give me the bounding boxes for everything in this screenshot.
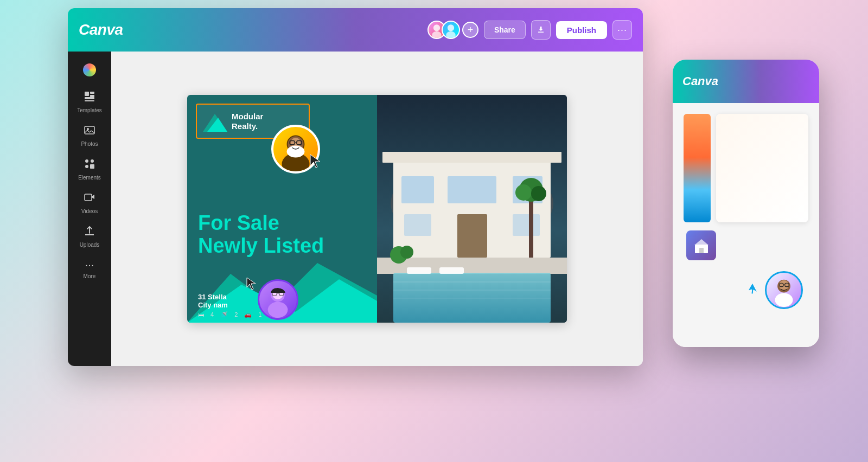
svg-point-63 — [775, 293, 793, 307]
photos-label: Photos — [81, 141, 98, 147]
topbar-right: + Share Publish ··· — [427, 20, 632, 40]
templates-icon — [84, 91, 95, 105]
svg-point-30 — [268, 302, 288, 318]
topbar: Canva + Share Publish ··· — [68, 8, 643, 52]
svg-point-11 — [85, 159, 88, 163]
car-icon: 🚗 — [244, 311, 252, 318]
svg-rect-50 — [439, 267, 464, 274]
svg-point-3 — [446, 31, 456, 39]
sidebar-item-templates[interactable]: Templates — [71, 86, 108, 118]
canva-logo: Canva — [79, 21, 123, 39]
sidebar-item-elements[interactable]: Elements — [71, 153, 108, 185]
svg-point-1 — [432, 31, 442, 39]
bed-icon: 🛏 — [198, 311, 204, 318]
svg-rect-38 — [401, 176, 434, 203]
property-address: 31 Stella City nam — [198, 293, 261, 309]
svg-point-12 — [91, 159, 94, 163]
design-canvas: Modular Realty. — [187, 95, 567, 323]
svg-point-22 — [287, 146, 305, 158]
svg-point-2 — [448, 24, 454, 31]
svg-point-56 — [400, 246, 413, 259]
logo-icon — [201, 108, 228, 135]
svg-rect-9 — [85, 126, 94, 134]
elements-label: Elements — [78, 175, 101, 181]
svg-rect-15 — [85, 194, 92, 201]
color-palette-icon — [83, 63, 96, 76]
mobile-agent-avatar — [765, 271, 803, 309]
svg-rect-6 — [90, 95, 94, 97]
svg-rect-37 — [382, 152, 561, 163]
svg-rect-45 — [393, 273, 551, 323]
svg-marker-58 — [694, 239, 709, 245]
svg-rect-4 — [85, 92, 89, 96]
canvas-right — [377, 95, 567, 323]
desktop-content: Templates Photos Elements Videos — [68, 52, 643, 366]
svg-rect-5 — [90, 92, 94, 94]
svg-rect-39 — [448, 176, 496, 203]
svg-marker-60 — [748, 283, 760, 296]
sidebar-item-more[interactable]: ··· More — [71, 254, 108, 284]
more-icon: ··· — [85, 259, 94, 271]
mobile-color-bar — [684, 114, 711, 222]
mobile-house-icon — [686, 230, 716, 260]
svg-rect-14 — [90, 164, 94, 169]
avatar-user2 — [442, 21, 460, 39]
mobile-window: Canva — [673, 60, 819, 347]
svg-rect-51 — [529, 193, 533, 258]
more-label: More — [84, 273, 96, 279]
desktop-window: Canva + Share Publish ··· — [68, 8, 643, 366]
videos-label: Videos — [81, 208, 98, 214]
mobile-cursor-icon — [745, 281, 763, 300]
house-illustration — [377, 95, 567, 323]
mobile-content — [673, 103, 819, 347]
mobile-canva-logo: Canva — [682, 74, 718, 88]
svg-point-53 — [515, 184, 532, 201]
videos-icon — [84, 191, 95, 206]
uploads-icon — [84, 225, 95, 240]
uploads-label: Uploads — [80, 242, 100, 248]
svg-rect-42 — [404, 214, 431, 236]
company-name: Modular Realty. — [232, 112, 263, 131]
sidebar-item-photos[interactable]: Photos — [71, 120, 108, 151]
agent-photo-bottom — [258, 279, 298, 320]
svg-rect-8 — [85, 100, 94, 101]
share-button[interactable]: Share — [484, 21, 526, 39]
property-info: 31 Stella City nam 🛏 4 🚿 2 🚗 1 — [198, 293, 261, 318]
download-button[interactable] — [531, 20, 551, 40]
svg-rect-7 — [85, 97, 94, 99]
svg-point-54 — [531, 186, 546, 201]
mobile-topbar: Canva — [673, 60, 819, 103]
svg-rect-49 — [407, 267, 431, 274]
canvas-left: Modular Realty. — [187, 95, 377, 323]
svg-rect-43 — [513, 214, 540, 236]
avatar-group: + — [427, 21, 478, 39]
sidebar: Templates Photos Elements Videos — [68, 52, 111, 366]
photos-icon — [84, 124, 95, 139]
bath-icon: 🚿 — [220, 311, 228, 318]
svg-point-0 — [433, 24, 440, 31]
for-sale-text: For Sale Newly Listed — [198, 212, 324, 258]
svg-rect-59 — [699, 248, 704, 253]
bed-count: 4 — [210, 311, 214, 318]
bath-count: 2 — [234, 311, 238, 318]
property-details: 🛏 4 🚿 2 🚗 1 — [198, 311, 261, 318]
publish-button[interactable]: Publish — [556, 21, 607, 39]
elements-icon — [84, 158, 95, 172]
more-options-button[interactable]: ··· — [612, 20, 632, 40]
canvas-area[interactable]: Modular Realty. — [111, 52, 643, 366]
templates-label: Templates — [77, 107, 102, 113]
mobile-card — [716, 114, 808, 222]
car-count: 1 — [258, 311, 261, 318]
svg-rect-41 — [457, 214, 487, 258]
add-collaborator-button[interactable]: + — [462, 22, 478, 38]
sidebar-item-videos[interactable]: Videos — [71, 187, 108, 219]
svg-point-10 — [87, 128, 89, 130]
svg-point-13 — [85, 165, 88, 168]
sidebar-item-uploads[interactable]: Uploads — [71, 221, 108, 252]
